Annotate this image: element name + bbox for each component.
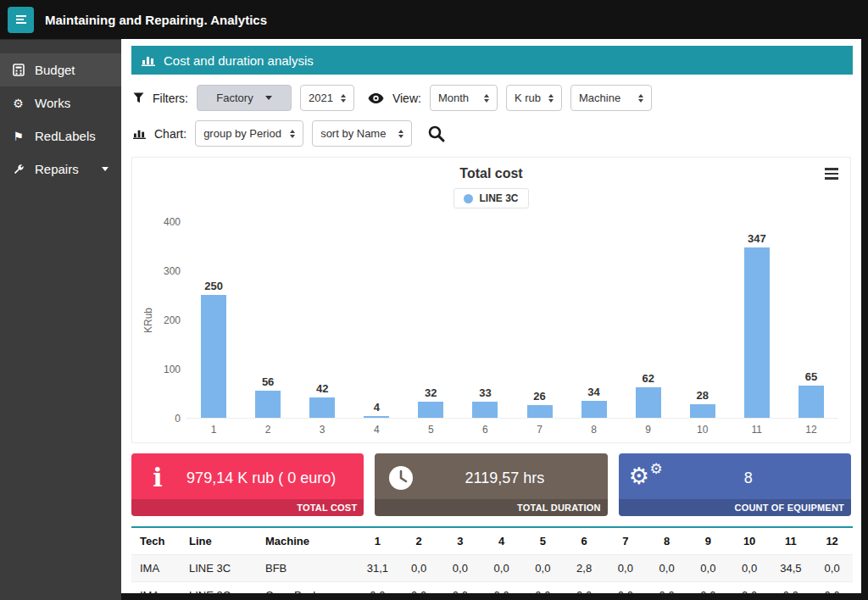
table-cell: 0,0 (811, 582, 853, 594)
table-cell: LINE 3C (181, 582, 257, 594)
period-select[interactable]: Month (430, 85, 498, 111)
chart-menu-icon[interactable] (825, 168, 838, 180)
table-cell: IMA (131, 582, 181, 594)
y-axis-tick-label: 100 (164, 364, 181, 375)
table-cell: 0,0 (811, 555, 853, 582)
y-axis-title: KRub (141, 222, 156, 419)
wrench-icon (11, 164, 25, 175)
factory-dropdown[interactable]: Factory (197, 85, 292, 111)
x-axis-tick-label: 12 (805, 424, 816, 436)
chart-category: 2501 (186, 222, 241, 436)
column-header: 3 (440, 527, 481, 555)
sidebar-item-label: Repairs (35, 162, 79, 176)
filters-label: Filters: (153, 92, 188, 105)
currency-select[interactable]: K rub (506, 85, 562, 111)
x-axis-tick-label: 1 (211, 424, 217, 436)
panel-header: Cost and duration analysis (131, 46, 853, 75)
group-by-select[interactable]: group by Period (195, 120, 303, 147)
bar[interactable] (636, 387, 661, 418)
group-by-value: group by Period (203, 127, 281, 140)
chevron-down-icon (265, 96, 272, 100)
filters-row: Filters: Factory 2021 View: Month K rub (131, 75, 853, 113)
sidebar-item-works[interactable]: ⚙ Works (0, 86, 121, 119)
table-cell: 0,0 (605, 555, 647, 582)
bar[interactable] (798, 386, 824, 418)
table-cell: 0,0 (522, 582, 564, 594)
table-cell: 0,0 (771, 582, 812, 594)
year-select[interactable]: 2021 (300, 85, 354, 111)
x-axis-tick-label: 8 (591, 424, 597, 436)
chart-label: Chart: (154, 127, 186, 141)
sidebar-item-label: RedLabels (35, 129, 96, 143)
search-icon[interactable] (427, 125, 446, 143)
bar[interactable] (364, 416, 389, 418)
scope-select[interactable]: Machine (570, 85, 652, 111)
column-header: Line (181, 527, 257, 555)
column-header: 2 (398, 527, 440, 555)
data-table: TechLineMachine123456789101112 IMALINE 3… (131, 526, 853, 593)
column-header: 11 (771, 527, 812, 555)
table-header-row: TechLineMachine123456789101112 (131, 527, 853, 555)
bar-value-label: 26 (533, 390, 545, 403)
y-axis: 0100200300400 (156, 222, 186, 419)
chart-category: 423 (295, 222, 349, 436)
bar-value-label: 32 (425, 386, 437, 399)
sidebar-item-redlabels[interactable]: ⚑ RedLabels (0, 119, 121, 153)
chart: Total cost LINE 3C KRub 0100200300400 25… (131, 157, 851, 443)
plot-area: KRub 0100200300400 250156242344325336267… (141, 222, 842, 436)
table-cell: 0,0 (564, 582, 605, 594)
updown-arrows-icon (341, 94, 346, 103)
bar[interactable] (418, 402, 443, 418)
panel-title: Cost and duration analysis (164, 53, 314, 68)
app-logo[interactable] (8, 7, 34, 33)
scope-select-value: Machine (579, 92, 620, 104)
x-axis-tick-label: 10 (697, 424, 708, 436)
sidebar-item-budget[interactable]: Budget (0, 53, 121, 86)
chart-legend: LINE 3C (141, 188, 842, 208)
chart-category: 44 (349, 222, 403, 436)
table-cell: LINE 3C (181, 555, 257, 582)
y-axis-tick-label: 200 (164, 314, 181, 326)
chart-category: 348 (567, 222, 621, 436)
bar[interactable] (309, 397, 335, 418)
table-cell: 0,0 (605, 582, 647, 594)
bar-chart-icon (133, 128, 146, 139)
table-cell: 0,0 (729, 555, 771, 582)
column-header: 9 (687, 527, 729, 555)
bar[interactable] (690, 404, 715, 418)
bar[interactable] (472, 402, 498, 418)
table-row: IMALINE 3CBFB31,10,00,00,00,02,80,00,00,… (131, 555, 853, 582)
view-label: View: (392, 92, 421, 105)
total-duration-card: 2119,57 hrs TOTAL DURATION (375, 453, 607, 516)
table-cell: 0,0 (646, 582, 687, 594)
chart-category: 336 (458, 222, 512, 436)
bar[interactable] (744, 247, 770, 418)
sort-by-select[interactable]: sort by Name (312, 120, 412, 147)
total-duration-label: TOTAL DURATION (375, 499, 607, 516)
table-cell: 0,0 (398, 555, 440, 582)
bar[interactable] (527, 405, 553, 418)
column-header: Machine (257, 527, 357, 555)
legend-item-line-3c[interactable]: LINE 3C (453, 188, 528, 208)
x-axis-tick-label: 6 (482, 424, 488, 436)
bar[interactable] (255, 391, 281, 418)
period-select-value: Month (438, 92, 469, 104)
total-cost-card: i 979,14 K rub ( 0 euro) TOTAL COST (131, 453, 364, 516)
top-bar: Maintaining and Repairing. Analytics (0, 0, 868, 39)
y-axis-tick-label: 0 (175, 413, 181, 425)
y-axis-tick-label: 400 (164, 216, 181, 228)
updown-arrows-icon (290, 130, 295, 138)
bar[interactable] (201, 295, 226, 418)
legend-marker-icon (464, 194, 473, 203)
sort-by-value: sort by Name (320, 127, 386, 140)
sidebar-item-repairs[interactable]: Repairs (0, 153, 121, 186)
bar-value-label: 4 (374, 401, 380, 414)
total-cost-label: TOTAL COST (131, 499, 364, 516)
table-cell: 0,0 (440, 555, 481, 582)
table-cell: 0,0 (687, 555, 729, 582)
table-cell: 0,0 (440, 582, 481, 594)
chevron-down-icon (102, 167, 108, 171)
column-header: 10 (729, 527, 771, 555)
bar[interactable] (581, 401, 607, 418)
column-header: 1 (357, 527, 398, 555)
